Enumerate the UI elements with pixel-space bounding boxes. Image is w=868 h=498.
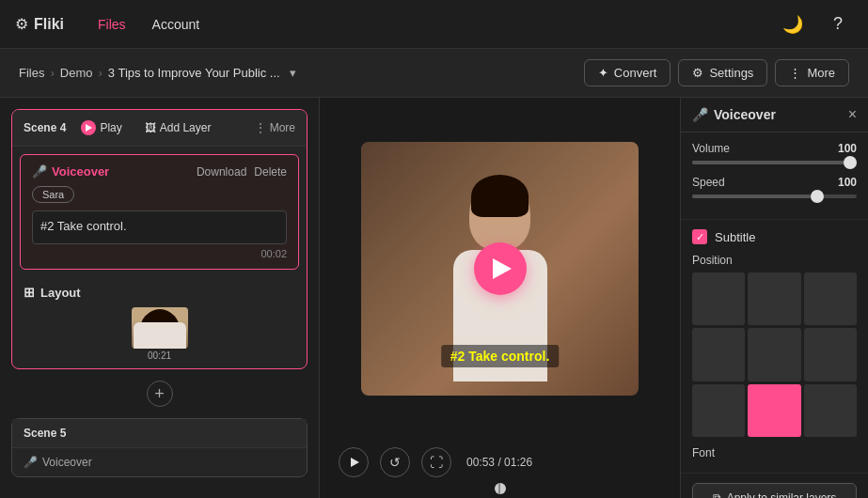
gear-icon: ⚙ bbox=[15, 15, 28, 33]
voiceover-label: 🎤 Voiceover bbox=[32, 164, 109, 179]
more-button[interactable]: ⋮ More bbox=[775, 59, 849, 86]
panel-close-button[interactable]: × bbox=[848, 107, 857, 122]
mic-icon: 🎤 bbox=[32, 164, 47, 179]
layout-grid-icon: ⊞ bbox=[24, 285, 35, 300]
scene-4-title: Scene 4 bbox=[24, 121, 66, 134]
video-area: #2 Take control. bbox=[320, 98, 680, 440]
apply-label: Apply to similar layers bbox=[727, 491, 837, 498]
checkmark-icon: ✓ bbox=[696, 232, 704, 242]
settings-button[interactable]: ⚙ Settings bbox=[678, 59, 767, 86]
scene-more-dots-icon: ⋮ bbox=[255, 121, 266, 134]
current-time: 00:53 bbox=[466, 456, 495, 469]
position-grid bbox=[692, 272, 857, 437]
download-button[interactable]: Download bbox=[197, 165, 246, 179]
volume-label: Volume bbox=[692, 142, 730, 155]
convert-button[interactable]: ✦ Convert bbox=[584, 59, 671, 86]
breadcrumb-actions: ✦ Convert ⚙ Settings ⋮ More bbox=[584, 59, 849, 86]
scene-more-button[interactable]: ⋮ More bbox=[255, 121, 295, 134]
video-frame: #2 Take control. bbox=[361, 142, 639, 396]
scene-5-voiceover-label: Voiceover bbox=[42, 456, 92, 469]
voiceover-panel-header: 🎤 Voiceover × bbox=[681, 98, 868, 132]
play-label: Play bbox=[100, 121, 121, 134]
total-time: 01:26 bbox=[504, 456, 532, 469]
volume-section: Volume 100 Speed 100 bbox=[681, 132, 868, 220]
play-triangle-icon bbox=[86, 124, 92, 132]
nav-account[interactable]: Account bbox=[141, 11, 212, 38]
subtitle-checkbox[interactable]: ✓ bbox=[692, 229, 707, 244]
settings-icon: ⚙ bbox=[692, 66, 703, 80]
layout-label: Layout bbox=[40, 286, 81, 300]
scene-5-block: Scene 5 🎤 Voiceover bbox=[11, 418, 308, 477]
pos-cell-9[interactable] bbox=[804, 384, 857, 437]
video-fullscreen-button[interactable]: ⛶ bbox=[421, 447, 451, 477]
pos-cell-4[interactable] bbox=[692, 328, 745, 381]
main-layout: Scene 4 Play 🖼 Add Layer ⋮ More bbox=[0, 98, 868, 498]
moon-icon: 🌙 bbox=[782, 14, 803, 35]
dark-mode-button[interactable]: 🌙 bbox=[778, 9, 808, 39]
pos-cell-7[interactable] bbox=[692, 384, 745, 437]
scene-4-play-button[interactable]: Play bbox=[73, 117, 129, 138]
app-name: Fliki bbox=[34, 16, 64, 33]
video-play-ctrl-button[interactable] bbox=[339, 447, 369, 477]
breadcrumb-sep2: › bbox=[98, 66, 102, 80]
layout-thumb-time: 00:21 bbox=[148, 350, 171, 361]
breadcrumb-demo[interactable]: Demo bbox=[60, 66, 93, 80]
left-panel: Scene 4 Play 🖼 Add Layer ⋮ More bbox=[0, 98, 320, 498]
app-logo[interactable]: ⚙ Fliki bbox=[15, 15, 64, 33]
center-panel: #2 Take control. ↺ ⛶ 00:53 / 01:26 bbox=[320, 98, 680, 498]
video-controls: ↺ ⛶ 00:53 / 01:26 bbox=[320, 440, 680, 487]
volume-slider-thumb[interactable] bbox=[844, 156, 857, 169]
speed-row: Speed 100 bbox=[692, 176, 857, 189]
pos-cell-6[interactable] bbox=[804, 328, 857, 381]
breadcrumb-files[interactable]: Files bbox=[19, 66, 44, 80]
speed-slider[interactable] bbox=[692, 195, 857, 198]
voiceover-actions: Download Delete bbox=[197, 165, 287, 179]
breadcrumb-dropdown-icon[interactable]: ▾ bbox=[290, 66, 296, 80]
subtitle-overlay: #2 Take control. bbox=[441, 345, 560, 367]
breadcrumb-file: 3 Tips to Improve Your Public ... bbox=[108, 66, 280, 80]
replay-icon: ↺ bbox=[389, 455, 401, 470]
person-head bbox=[469, 179, 530, 250]
help-button[interactable]: ? bbox=[823, 9, 853, 39]
breadcrumb-sep1: › bbox=[50, 66, 54, 80]
voice-badge[interactable]: Sara bbox=[32, 186, 74, 203]
person-hair bbox=[471, 175, 529, 217]
pos-cell-5[interactable] bbox=[748, 328, 800, 381]
add-scene-button[interactable]: + bbox=[147, 381, 173, 407]
subtitle-toggle-row: ✓ Subtitle bbox=[692, 229, 857, 244]
panel-mic-icon: 🎤 bbox=[692, 107, 708, 122]
apply-similar-button[interactable]: ⧉ Apply to similar layers bbox=[692, 483, 857, 498]
voiceover-text[interactable]: #2 Take control. bbox=[32, 210, 287, 244]
subtitle-label: Subtitle bbox=[715, 230, 755, 244]
scene-4-block: Scene 4 Play 🖼 Add Layer ⋮ More bbox=[11, 109, 308, 369]
video-replay-button[interactable]: ↺ bbox=[380, 447, 410, 477]
layout-thumb-person bbox=[132, 307, 188, 349]
pos-cell-2[interactable] bbox=[748, 272, 800, 325]
right-panel: 🎤 Voiceover × Volume 100 Speed 100 bbox=[680, 98, 868, 498]
nav-right: 🌙 ? bbox=[778, 9, 853, 39]
more-label: More bbox=[807, 66, 835, 80]
scene-5-title: Scene 5 bbox=[24, 427, 66, 440]
pos-cell-8[interactable] bbox=[748, 384, 800, 437]
nav-links: Files Account bbox=[87, 11, 211, 38]
apply-icon: ⧉ bbox=[713, 491, 721, 498]
volume-row: Volume 100 bbox=[692, 142, 857, 155]
ctrl-play-triangle-icon bbox=[351, 458, 359, 467]
layout-section: ⊞ Layout 00:21 bbox=[12, 277, 307, 368]
volume-slider[interactable] bbox=[692, 161, 857, 164]
speed-slider-fill bbox=[692, 195, 811, 198]
seekbar-thumb[interactable] bbox=[495, 483, 506, 494]
settings-label: Settings bbox=[709, 66, 753, 80]
voiceover-header: 🎤 Voiceover Download Delete bbox=[32, 164, 287, 179]
pos-cell-1[interactable] bbox=[692, 272, 745, 325]
video-play-button[interactable] bbox=[474, 242, 527, 295]
pos-cell-3[interactable] bbox=[804, 272, 857, 325]
layout-thumbnail[interactable]: 00:21 bbox=[24, 307, 295, 361]
convert-label: Convert bbox=[614, 66, 657, 80]
delete-button[interactable]: Delete bbox=[254, 165, 287, 179]
add-layer-button[interactable]: 🖼 Add Layer bbox=[137, 118, 219, 137]
nav-files[interactable]: Files bbox=[87, 11, 137, 38]
speed-slider-thumb[interactable] bbox=[811, 190, 824, 203]
help-icon: ? bbox=[833, 14, 843, 34]
volume-slider-fill bbox=[692, 161, 857, 164]
